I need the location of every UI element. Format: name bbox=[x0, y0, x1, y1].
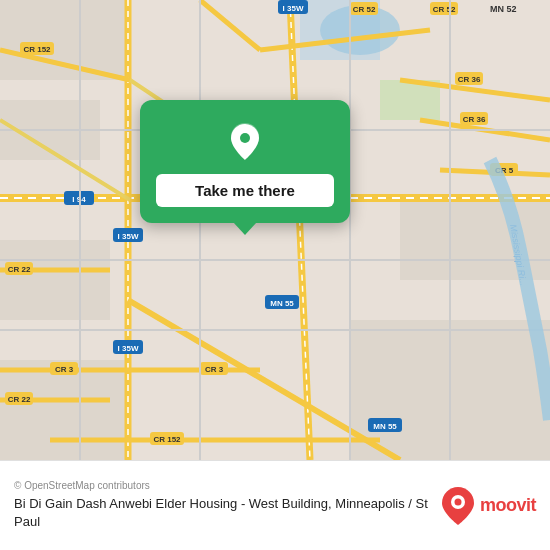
place-info: © OpenStreetMap contributors Bi Di Gain … bbox=[14, 480, 442, 531]
bottom-info-bar: © OpenStreetMap contributors Bi Di Gain … bbox=[0, 460, 550, 550]
svg-text:CR 3: CR 3 bbox=[55, 365, 74, 374]
location-pin-icon bbox=[223, 120, 267, 164]
svg-point-78 bbox=[454, 498, 461, 505]
map-attribution: © OpenStreetMap contributors bbox=[14, 480, 442, 491]
svg-text:CR 52: CR 52 bbox=[433, 5, 456, 14]
svg-text:CR 36: CR 36 bbox=[458, 75, 481, 84]
svg-rect-4 bbox=[0, 0, 130, 80]
take-me-there-button[interactable]: Take me there bbox=[156, 174, 334, 207]
svg-text:CR 152: CR 152 bbox=[153, 435, 181, 444]
svg-text:I 35W: I 35W bbox=[118, 344, 139, 353]
moovit-logo: moovit bbox=[442, 487, 536, 525]
svg-text:MN 55: MN 55 bbox=[373, 422, 397, 431]
svg-text:CR 22: CR 22 bbox=[8, 395, 31, 404]
svg-text:CR 22: CR 22 bbox=[8, 265, 31, 274]
svg-text:I 35W: I 35W bbox=[283, 4, 304, 13]
svg-rect-6 bbox=[0, 240, 110, 320]
moovit-brand-text: moovit bbox=[480, 495, 536, 516]
map-view: I 94 I 94 I 35W I 35W I 35W MN 55 MN 55 … bbox=[0, 0, 550, 460]
place-name-label: Bi Di Gain Dash Anwebi Elder Housing - W… bbox=[14, 495, 442, 531]
svg-text:I 35W: I 35W bbox=[118, 232, 139, 241]
svg-text:CR 52: CR 52 bbox=[353, 5, 376, 14]
svg-text:MN 52: MN 52 bbox=[490, 4, 517, 14]
moovit-pin-icon bbox=[442, 487, 474, 525]
svg-text:MN 55: MN 55 bbox=[270, 299, 294, 308]
svg-text:CR 3: CR 3 bbox=[205, 365, 224, 374]
svg-text:CR 152: CR 152 bbox=[23, 45, 51, 54]
svg-text:CR 36: CR 36 bbox=[463, 115, 486, 124]
svg-point-76 bbox=[240, 133, 250, 143]
location-popup: Take me there bbox=[140, 100, 350, 223]
